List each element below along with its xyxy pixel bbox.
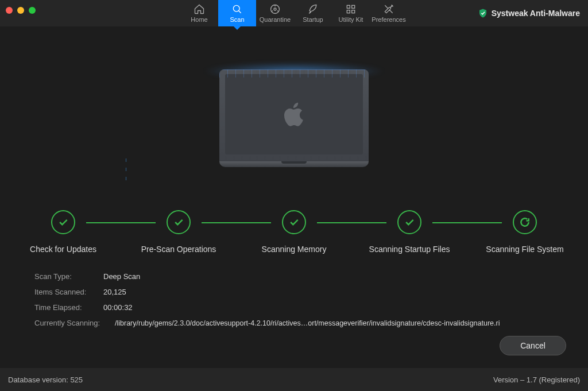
- tools-icon: [383, 3, 394, 15]
- nav-preferences-label: Preferences: [372, 16, 405, 23]
- scan-details: Scan Type: Deep Scan Items Scanned: 20,1…: [0, 254, 588, 327]
- nav-scan[interactable]: Scan: [218, 0, 256, 26]
- svg-rect-3: [347, 5, 350, 8]
- database-version: Database version: 525: [8, 375, 83, 384]
- step-label: Pre-Scan Operations: [141, 245, 216, 254]
- shield-icon: [478, 8, 488, 18]
- titlebar: Home Scan Quarantine Startup Utility Kit…: [0, 0, 588, 26]
- brand-label: Systweak Anti-Malware: [492, 9, 580, 18]
- nav-utility-label: Utility Kit: [339, 16, 363, 23]
- nav-quarantine[interactable]: Quarantine: [256, 0, 294, 26]
- nav-startup-label: Startup: [303, 16, 323, 23]
- close-window-button[interactable]: [6, 7, 13, 14]
- svg-rect-6: [352, 10, 355, 13]
- step-startup-files: Scanning Startup Files: [363, 210, 455, 254]
- step-check-updates: Check for Updates: [17, 210, 109, 254]
- scan-type-value: Deep Scan: [103, 272, 140, 281]
- step-label: Scanning File System: [486, 245, 563, 254]
- nav-quarantine-label: Quarantine: [260, 16, 291, 23]
- zoom-window-button[interactable]: [29, 7, 36, 14]
- nav-scan-label: Scan: [230, 16, 244, 23]
- currently-scanning-label: Currently Scanning:: [34, 319, 115, 327]
- step-label: Scanning Startup Files: [369, 245, 450, 254]
- apple-logo-icon: [283, 102, 305, 127]
- minimize-window-button[interactable]: [17, 7, 24, 14]
- rocket-icon: [307, 3, 319, 15]
- step-label: Check for Updates: [30, 245, 96, 254]
- refresh-icon: [513, 210, 537, 234]
- decorative-scanline: [126, 158, 126, 204]
- progress-steps: Check for Updates Pre-Scan Operations Sc…: [0, 210, 588, 254]
- search-icon: [231, 3, 243, 15]
- nav-preferences[interactable]: Preferences: [370, 0, 408, 26]
- hero-illustration: [0, 26, 588, 210]
- svg-rect-4: [352, 5, 355, 8]
- nav-home-label: Home: [191, 16, 207, 23]
- currently-scanning-value: /library/ruby/gems/2.3.0/doc/activesuppo…: [115, 319, 500, 327]
- window-controls: [6, 7, 36, 14]
- check-icon: [167, 210, 191, 234]
- main-nav: Home Scan Quarantine Startup Utility Kit…: [180, 0, 408, 26]
- nav-home[interactable]: Home: [180, 0, 218, 26]
- biohazard-icon: [269, 3, 281, 15]
- svg-rect-5: [347, 10, 350, 13]
- cancel-button[interactable]: Cancel: [500, 336, 566, 355]
- check-icon: [397, 210, 421, 234]
- check-icon: [282, 210, 306, 234]
- svg-point-0: [233, 5, 239, 11]
- home-icon: [194, 3, 205, 15]
- step-prescan: Pre-Scan Operations: [133, 210, 225, 254]
- app-version: Version – 1.7 (Registered): [493, 375, 580, 384]
- items-scanned-label: Items Scanned:: [34, 288, 103, 296]
- status-bar: Database version: 525 Version – 1.7 (Reg…: [0, 368, 588, 391]
- nav-utility-kit[interactable]: Utility Kit: [332, 0, 370, 26]
- svg-point-2: [274, 8, 276, 10]
- brand: Systweak Anti-Malware: [478, 0, 580, 26]
- time-elapsed-label: Time Elapsed:: [34, 303, 103, 312]
- laptop-graphic: [219, 69, 369, 167]
- items-scanned-value: 20,125: [103, 288, 126, 296]
- check-icon: [51, 210, 75, 234]
- step-memory: Scanning Memory: [248, 210, 340, 254]
- cancel-button-label: Cancel: [520, 341, 546, 350]
- step-file-system: Scanning File System: [479, 210, 571, 254]
- step-label: Scanning Memory: [262, 245, 327, 254]
- scan-type-label: Scan Type:: [34, 272, 103, 281]
- time-elapsed-value: 00:00:32: [103, 303, 133, 312]
- grid-icon: [345, 3, 357, 15]
- nav-startup[interactable]: Startup: [294, 0, 332, 26]
